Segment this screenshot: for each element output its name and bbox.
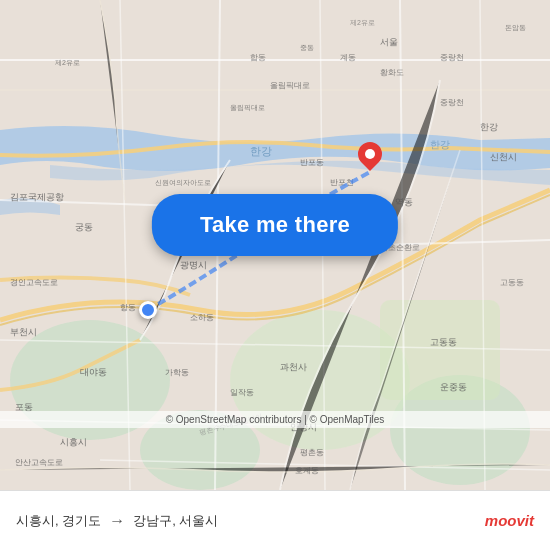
svg-text:부천시: 부천시 bbox=[10, 327, 37, 337]
route-to-label: 강남구, 서울시 bbox=[133, 512, 218, 530]
svg-text:고동동: 고동동 bbox=[430, 337, 457, 347]
svg-text:과천사: 과천사 bbox=[280, 362, 307, 372]
moovit-logo: moovit bbox=[485, 512, 534, 529]
svg-text:계동: 계동 bbox=[340, 53, 356, 62]
svg-text:한강: 한강 bbox=[250, 145, 272, 157]
svg-text:광명시: 광명시 bbox=[180, 260, 207, 270]
svg-text:운중동: 운중동 bbox=[440, 382, 467, 392]
route-from-label: 시흥시, 경기도 bbox=[16, 512, 101, 530]
moovit-brand-text: moovit bbox=[485, 512, 534, 529]
svg-text:올림픽대로: 올림픽대로 bbox=[270, 81, 310, 90]
svg-text:올림픽대로: 올림픽대로 bbox=[230, 104, 265, 112]
svg-text:합동: 합동 bbox=[250, 53, 266, 62]
bottom-bar: 시흥시, 경기도 → 강남구, 서울시 moovit bbox=[0, 490, 550, 550]
svg-text:한강: 한강 bbox=[430, 139, 450, 150]
svg-text:역동: 역동 bbox=[395, 197, 413, 207]
svg-text:반포천: 반포천 bbox=[330, 178, 354, 187]
svg-text:중랑천: 중랑천 bbox=[440, 98, 464, 107]
svg-text:중랑천: 중랑천 bbox=[440, 53, 464, 62]
svg-text:신원여의자아도로: 신원여의자아도로 bbox=[155, 179, 211, 186]
svg-text:경인고속도로: 경인고속도로 bbox=[10, 278, 58, 287]
take-me-there-button[interactable]: Take me there bbox=[152, 194, 398, 256]
svg-text:안산고속도로: 안산고속도로 bbox=[15, 458, 63, 467]
svg-text:평촌동: 평촌동 bbox=[300, 448, 324, 457]
svg-text:중동: 중동 bbox=[300, 44, 314, 51]
svg-text:김포국제공항: 김포국제공항 bbox=[10, 192, 64, 202]
svg-text:한강: 한강 bbox=[480, 122, 498, 132]
svg-text:대야동: 대야동 bbox=[80, 367, 107, 377]
svg-text:돈암동: 돈암동 bbox=[505, 24, 526, 32]
svg-text:반포동: 반포동 bbox=[300, 158, 324, 167]
map-container: 한강 한강 김포국제공항 경인고속도로 부천시 광명시 대야동 포동 안산고속도… bbox=[0, 0, 550, 490]
svg-text:일작동: 일작동 bbox=[230, 388, 254, 397]
svg-text:서울: 서울 bbox=[380, 37, 398, 47]
svg-text:호계동: 호계동 bbox=[295, 466, 319, 475]
svg-text:항동: 항동 bbox=[120, 303, 136, 312]
svg-text:제2유로: 제2유로 bbox=[55, 59, 80, 66]
route-arrow-icon: → bbox=[109, 512, 125, 530]
svg-text:황화도: 황화도 bbox=[380, 68, 404, 77]
svg-text:가학동: 가학동 bbox=[165, 368, 189, 377]
map-attribution: © OpenStreetMap contributors | © OpenMap… bbox=[0, 411, 550, 428]
origin-marker bbox=[139, 301, 157, 319]
svg-text:소하동: 소하동 bbox=[190, 313, 214, 322]
svg-text:고동동: 고동동 bbox=[500, 278, 524, 287]
svg-text:신천시: 신천시 bbox=[490, 152, 517, 162]
svg-text:제2유로: 제2유로 bbox=[350, 19, 375, 26]
svg-text:시흥시: 시흥시 bbox=[60, 437, 87, 447]
svg-text:궁동: 궁동 bbox=[75, 222, 93, 232]
